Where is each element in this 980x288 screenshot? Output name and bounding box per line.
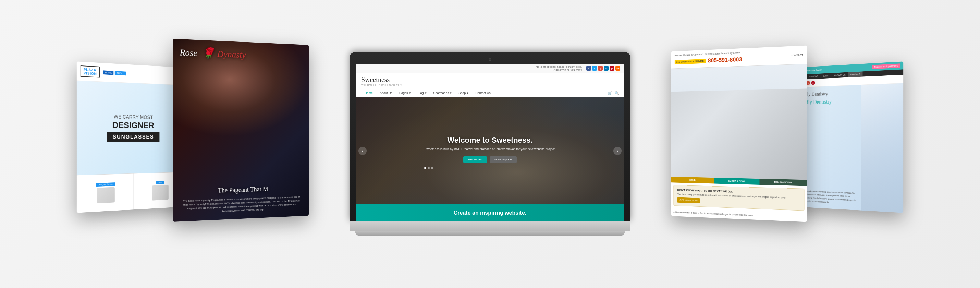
sw-hero: ‹ › Welcome to Sweetness. Sweetness is b…: [356, 97, 624, 204]
main-scene: PLAZA VISION HOME ABOUT WE CARRY MOST DE…: [0, 0, 980, 288]
pv-brands-item: Designer Brands: [77, 173, 134, 213]
sw-shop-chevron-icon: ▾: [467, 91, 468, 95]
sw-blog-chevron-icon: ▾: [425, 91, 426, 95]
sm-info-box: DON'T KNOW WHAT TO DO NEXT? WE DO. The b…: [673, 185, 804, 210]
pv-title: DESIGNER: [112, 121, 154, 130]
screen-plaza-vision: PLAZA VISION HOME ABOUT WE CARRY MOST DE…: [77, 61, 186, 213]
sm-company-info: Female Owned & Operated. ServiceMaster R…: [675, 51, 742, 66]
sm-sofa-image: [671, 89, 807, 186]
pv-tagline: WE CARRY MOST: [114, 114, 153, 120]
sw-nav-blog[interactable]: Blog ▾: [414, 89, 430, 97]
pv-brands-image: [97, 187, 115, 203]
sweetness-website: This is an optional header content area.…: [356, 64, 624, 221]
pv-brands-badge: Designer Brands: [96, 182, 115, 186]
sm-smoke-bar: SMOKE & ODOR: [714, 178, 760, 185]
sw-nav-pages-label: Pages: [399, 91, 408, 95]
sm-phone: 805-591-8003: [708, 56, 742, 65]
sw-logo: Sweetness: [361, 76, 402, 84]
fd-nav-news[interactable]: NEWS: [820, 73, 830, 78]
fd-hero-title: Family Dentistry: [799, 98, 856, 106]
sw-bottom-section: Create an inspiring website.: [356, 204, 624, 221]
pv-logo-main: VISION: [84, 71, 97, 76]
sw-nav-shop-label: Shop: [458, 91, 466, 95]
sw-cta-buttons: Get Started Great Support: [424, 156, 555, 163]
sw-dot-1[interactable]: [424, 167, 426, 169]
sw-bottom-title: Create an inspiring website.: [363, 210, 617, 216]
sw-great-support-button[interactable]: Great Support: [490, 156, 516, 163]
rd-overlay: Rose 🌹 Dynasty The Pageant That M The Mi…: [173, 39, 309, 222]
fd-person-image: [861, 83, 903, 213]
sw-google-icon: g: [598, 66, 603, 71]
sw-arrow-right-button[interactable]: ›: [613, 147, 622, 155]
pv-nav-home[interactable]: HOME: [103, 70, 113, 75]
laptop-bezel: This is an optional header content area.…: [350, 52, 630, 221]
laptop-foot: [355, 231, 625, 236]
fd-request-button[interactable]: Request an Appointment: [872, 64, 900, 69]
screen-servicemaster: Female Owned & Operated. ServiceMaster R…: [671, 46, 807, 222]
sw-nav-pages[interactable]: Pages ▾: [396, 89, 414, 97]
sw-hero-dots: [424, 167, 555, 169]
laptop: This is an optional header content area.…: [350, 52, 630, 236]
sw-header-line1: This is an optional header content area.: [534, 65, 582, 68]
sw-nav-shop[interactable]: Shop ▾: [455, 89, 472, 97]
sm-hero: MOLD SMOKE & ODOR TRAUMA SCENE: [671, 64, 807, 186]
sm-body-text: ed immediate after a flood or fire. In t…: [671, 208, 807, 222]
sm-trauma-bar: TRAUMA SCENE: [760, 179, 807, 186]
sw-nav-shortcodes[interactable]: Shortcodes ▾: [430, 89, 455, 97]
pv-hero: WE CARRY MOST DESIGNER SUNGLASSES: [77, 81, 186, 175]
sm-bar-gold: MOLD: [671, 177, 714, 183]
sw-header: Sweetness WordPress Theme Framework: [356, 73, 624, 89]
sw-get-started-button[interactable]: Get Started: [463, 156, 487, 163]
pv-lasik-badge: Lasik: [156, 181, 164, 184]
sw-arrow-left-button[interactable]: ‹: [358, 147, 367, 155]
sw-nav-utility: 🛒 🔍: [608, 91, 619, 95]
sw-twitter-icon: t: [592, 66, 597, 71]
sw-nav-home[interactable]: Home: [361, 89, 376, 97]
sw-social-icons: f t g in p rss: [586, 66, 620, 71]
sw-pinterest-icon: p: [609, 66, 614, 71]
sw-chevron-down-icon: ▾: [409, 91, 411, 95]
sm-help-button[interactable]: GET HELP NOW: [677, 197, 700, 203]
sw-shortcodes-chevron-icon: ▾: [450, 91, 452, 95]
screen-rose-dynasty: Rose 🌹 Dynasty The Pageant That M The Mi…: [173, 39, 309, 222]
fd-description: kind, passionate service across a spectr…: [799, 189, 856, 205]
sw-hero-title: Welcome to Sweetness.: [424, 136, 555, 145]
sw-linkedin-icon: in: [604, 66, 609, 71]
sw-logo-block: Sweetness WordPress Theme Framework: [361, 76, 402, 86]
sw-dot-3[interactable]: [431, 167, 433, 169]
sw-logo-sub: WordPress Theme Framework: [361, 84, 402, 86]
sw-search-icon[interactable]: 🔍: [615, 91, 619, 95]
sw-nav-shortcodes-label: Shortcodes: [433, 91, 449, 95]
sw-nav-contact[interactable]: Contact Us: [472, 89, 494, 97]
sw-nav: Home About Us Pages ▾ Blog ▾ Sh: [356, 89, 624, 97]
sw-rss-icon: rss: [616, 66, 620, 71]
laptop-screen: This is an optional header content area.…: [356, 64, 624, 221]
fd-hero-top: Family Dentistry Family Dentistry: [799, 90, 856, 106]
pv-nav-about[interactable]: ABOUT: [115, 71, 126, 75]
pv-subtitle: SUNGLASSES: [107, 132, 159, 142]
sw-dot-2[interactable]: [428, 167, 430, 169]
sw-facebook-icon: f: [586, 66, 591, 71]
sw-nav-about[interactable]: About Us: [376, 89, 396, 97]
rd-body: The Miss Rose Dynasty Pageant is a fabul…: [180, 195, 303, 215]
pv-nav: HOME ABOUT: [103, 70, 126, 75]
fd-pinterest-icon: p: [811, 81, 815, 85]
screen-family-dentistry: Dentistry for the Entire Family Request …: [794, 61, 904, 213]
pv-logo: PLAZA VISION: [81, 65, 100, 78]
sw-hero-content: Welcome to Sweetness. Sweetness is built…: [424, 136, 555, 169]
rd-logo-part1: Rose: [180, 47, 197, 58]
fd-hero: Family Dentistry Family Dentistry kind, …: [794, 83, 904, 213]
sw-hero-sub: Sweetness is built by BNE Creative and p…: [424, 148, 555, 151]
fd-hero-right: [861, 83, 903, 213]
rd-rose-icon: 🌹: [202, 47, 215, 59]
sm-contact-label[interactable]: CONTACT: [791, 54, 803, 57]
rd-logo-part2: Dynasty: [217, 49, 246, 60]
laptop-wrapper: This is an optional header content area.…: [350, 52, 630, 236]
pv-bottom: Designer Brands Lasik: [77, 172, 186, 213]
laptop-camera: [488, 58, 492, 61]
sw-header-text: This is an optional header content area.…: [534, 65, 582, 71]
sw-header-line2: Add anything you want!: [534, 68, 582, 71]
laptop-base: [350, 221, 630, 231]
fd-tagline-script: Family Dentistry: [799, 90, 856, 97]
sw-cart-icon[interactable]: 🛒: [608, 91, 612, 95]
